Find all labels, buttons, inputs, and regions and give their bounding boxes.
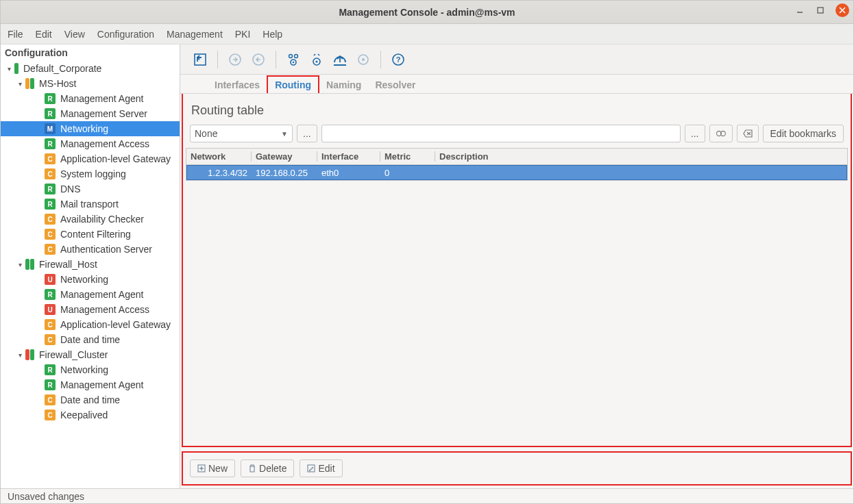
clear-icon[interactable] xyxy=(737,125,759,142)
tree-badges: C xyxy=(45,410,56,420)
badge-icon: R xyxy=(45,184,56,194)
edit-bookmarks-button[interactable]: Edit bookmarks xyxy=(763,125,844,142)
badge-icon: C xyxy=(45,153,56,164)
tree-item[interactable]: CApplication-level Gateway xyxy=(1,151,180,166)
badge-icon: R xyxy=(45,199,56,210)
svg-point-10 xyxy=(295,54,298,58)
tabs: Interfaces Routing Naming Resolver xyxy=(180,75,853,94)
tree-item[interactable]: CAvailability Checker xyxy=(1,212,180,227)
tree-item[interactable]: CContent Filtering xyxy=(1,227,180,242)
tab-routing[interactable]: Routing xyxy=(267,75,319,93)
filter-select[interactable]: None ▼ xyxy=(190,125,293,142)
tree-item[interactable]: RManagement Access xyxy=(1,136,180,151)
menu-management[interactable]: Management xyxy=(167,29,223,40)
tree-item-label: Content Filtering xyxy=(59,229,131,240)
maximize-button[interactable] xyxy=(815,5,826,16)
help-icon[interactable]: ? xyxy=(388,49,408,70)
col-metric[interactable]: Metric xyxy=(380,151,435,162)
tree-item[interactable]: RManagement Agent xyxy=(1,91,180,106)
tree-badges: U xyxy=(45,274,56,285)
tree-badges: C xyxy=(45,168,56,179)
view-config-icon[interactable] xyxy=(283,49,304,70)
menu-pki[interactable]: PKI xyxy=(235,29,251,40)
badge-icon: C xyxy=(45,394,56,405)
filter-input[interactable] xyxy=(321,125,681,142)
table-body-empty xyxy=(183,181,851,446)
chevron-down-icon: ▼ xyxy=(281,130,288,138)
gears-icon[interactable] xyxy=(709,125,733,142)
parent-icon[interactable] xyxy=(190,49,210,70)
tree-item[interactable]: CDate and time xyxy=(1,332,180,347)
tree-item[interactable]: RNetworking xyxy=(1,362,180,377)
expander-icon[interactable]: ▾ xyxy=(16,80,24,88)
action-bar-highlight: New Delete Edit xyxy=(182,451,852,486)
badge-icon xyxy=(30,259,34,270)
badge-icon: C xyxy=(45,244,56,255)
badge-icon: C xyxy=(45,214,56,225)
tree-item[interactable]: CDate and time xyxy=(1,392,180,407)
badge-icon xyxy=(25,349,29,360)
tree-item[interactable]: UManagement Access xyxy=(1,302,180,317)
control-service-icon[interactable] xyxy=(353,49,374,70)
upload-config-icon[interactable] xyxy=(330,49,350,70)
tree-item[interactable]: ▾Firewall_Host xyxy=(1,257,180,272)
expander-icon[interactable]: ▾ xyxy=(16,261,24,268)
col-interface[interactable]: Interface xyxy=(317,151,380,162)
tree-item-label: Availability Checker xyxy=(59,214,144,225)
check-config-icon[interactable] xyxy=(306,49,327,70)
expander-icon[interactable]: ▾ xyxy=(5,65,13,73)
svg-point-12 xyxy=(316,60,318,62)
tree-badges: R xyxy=(45,184,56,194)
tree-item[interactable]: RManagement Server xyxy=(1,106,180,121)
tree-item[interactable]: RManagement Agent xyxy=(1,377,180,392)
badge-icon xyxy=(25,78,29,89)
badge-icon: U xyxy=(45,304,56,315)
menu-help[interactable]: Help xyxy=(263,29,282,40)
tree-item[interactable]: CSystem logging xyxy=(1,166,180,181)
tab-naming[interactable]: Naming xyxy=(319,77,368,93)
menu-configuration[interactable]: Configuration xyxy=(97,29,154,40)
commit-icon[interactable] xyxy=(225,49,245,70)
col-network[interactable]: Network xyxy=(186,151,251,162)
tree-item-label: Management Agent xyxy=(59,289,143,300)
cell-network: 1.2.3.4/32 xyxy=(187,168,252,178)
toolbar-separator xyxy=(217,51,218,68)
table-row[interactable]: 1.2.3.4/32 192.168.0.25 eth0 0 xyxy=(186,165,847,180)
tree-item[interactable]: ▾Default_Corporate xyxy=(1,61,180,76)
tree-item[interactable]: ▾MS-Host xyxy=(1,76,180,91)
filter-more-button[interactable]: ... xyxy=(297,125,317,142)
tree-badges: C xyxy=(45,153,56,164)
tree-item[interactable]: CKeepalived xyxy=(1,407,180,423)
tree-item[interactable]: RDNS xyxy=(1,181,180,197)
tree-item[interactable]: UNetworking xyxy=(1,272,180,287)
tree-item[interactable]: MNetworking xyxy=(1,121,180,136)
tree-item[interactable]: RManagement Agent xyxy=(1,287,180,302)
tree-item[interactable]: ▾Firewall_Cluster xyxy=(1,347,180,362)
tree-item-label: Authentication Server xyxy=(59,244,152,255)
expander-icon[interactable]: ▾ xyxy=(16,351,24,359)
tab-interfaces[interactable]: Interfaces xyxy=(208,77,267,93)
menu-view[interactable]: View xyxy=(64,29,85,40)
col-gateway[interactable]: Gateway xyxy=(251,151,317,162)
menu-file[interactable]: File xyxy=(8,29,23,40)
config-tree[interactable]: ▾Default_Corporate▾MS-HostRManagement Ag… xyxy=(1,61,180,488)
toolbar: ? xyxy=(180,45,853,75)
new-button[interactable]: New xyxy=(190,459,235,477)
col-description[interactable]: Description xyxy=(435,151,847,162)
delete-button[interactable]: Delete xyxy=(241,459,294,477)
badge-icon: R xyxy=(45,138,56,149)
minimize-button[interactable] xyxy=(794,5,805,16)
close-button[interactable] xyxy=(835,3,849,17)
tree-badges: R xyxy=(45,93,56,104)
filter-browse-button[interactable]: ... xyxy=(685,125,705,142)
svg-text:?: ? xyxy=(396,55,401,64)
tree-badges: R xyxy=(45,108,56,119)
edit-button[interactable]: Edit xyxy=(300,459,342,477)
tab-resolver[interactable]: Resolver xyxy=(368,77,422,93)
revert-icon[interactable] xyxy=(248,49,269,70)
tree-item[interactable]: CAuthentication Server xyxy=(1,242,180,257)
tree-item[interactable]: CApplication-level Gateway xyxy=(1,317,180,332)
tree-item[interactable]: RMail transport xyxy=(1,197,180,212)
badge-icon xyxy=(14,63,19,74)
menu-edit[interactable]: Edit xyxy=(36,29,52,40)
